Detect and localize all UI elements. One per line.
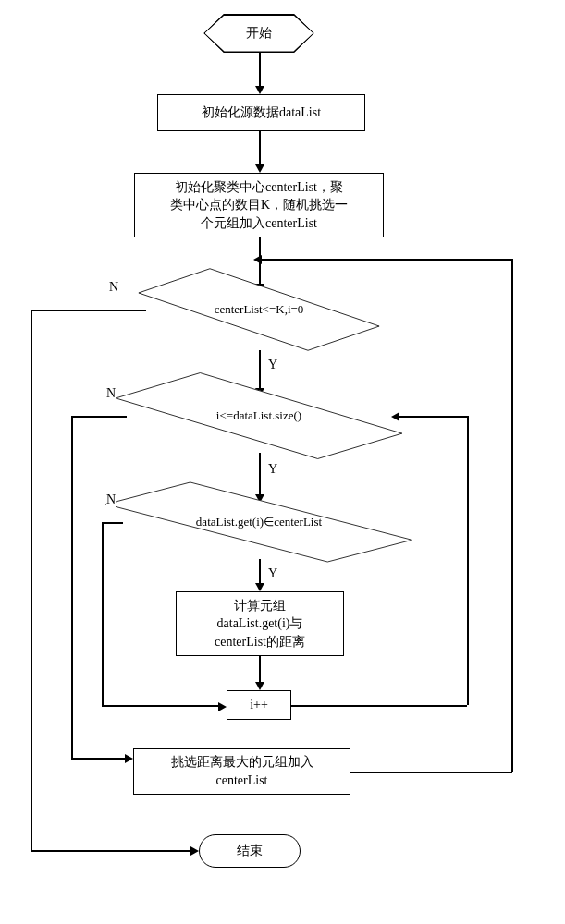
incr-text: i++ bbox=[250, 696, 268, 714]
line bbox=[31, 850, 192, 852]
arrow bbox=[259, 656, 261, 684]
cond1-text: centerList<=K,i=0 bbox=[215, 302, 304, 318]
select-max-text: 挑选距离最大的元组加入 centerList bbox=[171, 753, 313, 789]
arrow bbox=[259, 559, 261, 585]
end-terminal: 结束 bbox=[199, 834, 301, 868]
line bbox=[102, 522, 123, 524]
line bbox=[398, 416, 467, 418]
line bbox=[291, 705, 467, 707]
arrow bbox=[259, 131, 261, 166]
arrowhead bbox=[255, 682, 264, 690]
arrowhead bbox=[125, 754, 133, 763]
init-center-box: 初始化聚类中心centerList，聚 类中心点的数目K，随机挑选一 个元组加入… bbox=[134, 173, 384, 237]
line bbox=[260, 259, 512, 261]
arrowhead bbox=[255, 164, 264, 173]
arrowhead bbox=[218, 702, 227, 711]
init-center-text: 初始化聚类中心centerList，聚 类中心点的数目K，随机挑选一 个元组加入… bbox=[170, 178, 348, 233]
line bbox=[511, 259, 513, 772]
no-label-3: N bbox=[106, 492, 116, 507]
select-max-box: 挑选距离最大的元组加入 centerList bbox=[133, 748, 350, 795]
end-label: 结束 bbox=[237, 842, 263, 860]
arrow bbox=[259, 53, 261, 88]
arrowhead bbox=[391, 412, 399, 421]
line bbox=[71, 416, 73, 758]
calc-box: 计算元组 dataList.get(i)与 centerList的距离 bbox=[176, 591, 344, 656]
arrowhead bbox=[255, 86, 264, 94]
init-data-text: 初始化源数据dataList bbox=[202, 103, 321, 122]
line bbox=[467, 416, 469, 705]
arrowhead bbox=[253, 255, 262, 264]
arrowhead bbox=[255, 583, 264, 591]
line bbox=[102, 522, 104, 705]
line bbox=[350, 772, 512, 773]
line bbox=[71, 758, 127, 760]
line bbox=[71, 416, 127, 418]
init-data-box: 初始化源数据dataList bbox=[157, 94, 365, 131]
cond2-text: i<=dataList.size() bbox=[216, 408, 301, 424]
start-terminal: 开始 bbox=[203, 14, 314, 53]
line bbox=[102, 705, 218, 707]
cond3-text: dataList.get(i)∈centerList bbox=[196, 515, 322, 530]
no-label-1: N bbox=[109, 280, 118, 295]
cond1-diamond: centerList<=K,i=0 bbox=[139, 259, 379, 360]
calc-text: 计算元组 dataList.get(i)与 centerList的距离 bbox=[215, 597, 305, 651]
arrowhead bbox=[190, 846, 199, 856]
start-label: 开始 bbox=[246, 25, 272, 42]
no-label-2: N bbox=[106, 386, 116, 401]
incr-box: i++ bbox=[227, 690, 291, 720]
yes-label-3: Y bbox=[268, 566, 277, 581]
line bbox=[31, 310, 146, 311]
line bbox=[31, 310, 32, 850]
